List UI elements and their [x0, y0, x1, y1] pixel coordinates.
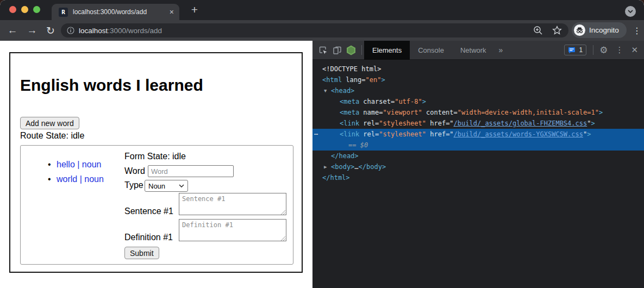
devtools-menu-icon[interactable]: ⋮ — [611, 45, 627, 55]
code-token: href — [430, 130, 446, 138]
word-list: hello | nounworld | noun — [49, 160, 104, 189]
code-token: <link — [340, 120, 359, 127]
code-token: </html> — [322, 174, 350, 181]
devtools-code-line[interactable]: <meta charset="utf-8"> — [312, 96, 644, 107]
chevron-down-icon — [179, 184, 184, 187]
stylesheet-link[interactable]: /build/_assets/global-FHZEMBS4.css — [454, 120, 587, 127]
code-token: "utf-8" — [395, 98, 422, 105]
devtools-code-line[interactable]: == $0 — [312, 140, 644, 151]
code-token: <meta — [340, 98, 359, 105]
url-text[interactable]: localhost:3000/words/add — [79, 27, 162, 35]
browser-tab[interactable]: R localhost:3000/words/add × — [52, 4, 179, 20]
list-item: world | noun — [49, 174, 104, 184]
more-tabs-icon[interactable]: » — [495, 46, 508, 54]
devtools-code-line[interactable]: ▼<head> — [312, 85, 644, 96]
devtools-close-icon[interactable]: ✕ — [627, 45, 642, 55]
words-panel: hello | nounworld | noun Form State: idl… — [20, 145, 293, 265]
sentence-textarea[interactable] — [179, 193, 286, 215]
devtools-elements-tree: <!DOCTYPE html><html lang="en">▼<head><m… — [312, 60, 644, 288]
address-bar[interactable]: localhost:3000/words/add — [61, 23, 568, 37]
settings-gear-icon[interactable]: ⚙ — [596, 45, 611, 56]
tab-console[interactable]: Console — [410, 41, 452, 60]
code-token: </head> — [331, 152, 359, 160]
incognito-badge: Incognito — [572, 22, 627, 38]
new-tab-button[interactable]: + — [187, 2, 202, 17]
forward-icon[interactable]: → — [24, 20, 40, 41]
web-page: English words I learned Add new word Rou… — [0, 41, 312, 288]
code-token: > — [422, 98, 426, 105]
info-icon[interactable] — [67, 27, 74, 34]
devtools-code-line[interactable]: <link rel="stylesheet" href="/build/_ass… — [312, 118, 644, 129]
form-state-text: Form State: idle — [124, 152, 186, 161]
code-token: > — [381, 76, 385, 84]
code-token: rel — [363, 120, 375, 127]
code-token: content — [426, 109, 454, 116]
code-token: == — [348, 141, 360, 149]
word-input[interactable] — [148, 165, 234, 177]
toolbar-divider — [593, 45, 593, 55]
zoom-indicator-icon[interactable] — [533, 25, 543, 36]
tab-elements[interactable]: Elements — [364, 41, 410, 60]
word-link[interactable]: world | noun — [57, 174, 104, 184]
code-token: <link — [340, 130, 359, 138]
url-path: :3000/words/add — [108, 27, 162, 35]
devtools-code-line[interactable]: </head> — [312, 151, 644, 161]
code-token: $0 — [360, 141, 368, 149]
code-token: = — [454, 109, 458, 116]
code-token: <!DOCTYPE html> — [322, 65, 381, 73]
add-new-word-button[interactable]: Add new word — [20, 117, 79, 129]
type-label: Type — [124, 180, 143, 190]
code-token: name — [363, 109, 379, 116]
code-token: <head> — [331, 87, 354, 95]
window-close-button[interactable] — [9, 6, 16, 13]
bookmark-star-icon[interactable] — [552, 25, 562, 36]
code-token: charset — [363, 98, 391, 105]
browser-menu-button[interactable]: ⋮ — [630, 20, 643, 41]
window-zoom-button[interactable] — [33, 6, 40, 13]
code-token: > — [587, 130, 591, 138]
node-actions-icon[interactable]: ⋯ — [314, 129, 318, 140]
devtools-code-line[interactable]: <!DOCTYPE html> — [312, 64, 644, 74]
devtools-code-line[interactable]: ⋯<link rel="stylesheet" href="/build/_as… — [312, 129, 644, 140]
stylesheet-link[interactable]: /build/_assets/words-YGXSWCSW.css — [454, 130, 583, 138]
devtools-code-line[interactable]: </html> — [312, 172, 644, 183]
page-container: English words I learned Add new word Rou… — [9, 52, 303, 273]
devtools-code-line[interactable]: <meta name="viewport" content="width=dev… — [312, 107, 644, 118]
devtools-code-line[interactable]: <html lang="en"> — [312, 74, 644, 85]
inspect-element-icon[interactable] — [317, 45, 328, 55]
type-select[interactable]: Noun — [145, 180, 188, 192]
definition-textarea[interactable] — [179, 219, 286, 241]
page-title: English words I learned — [20, 76, 203, 95]
collapse-arrow-icon[interactable]: ▶ — [324, 161, 327, 172]
close-tab-icon[interactable]: × — [170, 8, 174, 16]
devtools-code-line[interactable]: ▶<body>…</body> — [312, 161, 644, 172]
tab-title: localhost:3000/words/add — [73, 8, 165, 16]
back-icon[interactable]: ← — [4, 20, 21, 41]
code-token: "stylesheet" — [379, 120, 426, 127]
expand-arrow-icon[interactable]: ▼ — [324, 85, 327, 96]
issues-bubble-icon — [568, 47, 576, 54]
reload-icon[interactable]: ↻ — [42, 20, 59, 41]
tab-network[interactable]: Network — [452, 41, 495, 60]
submit-button[interactable]: Submit — [124, 247, 159, 259]
browser-toolbar: ← → ↻ localhost:3000/words/add — [0, 20, 644, 41]
list-item: hello | noun — [49, 160, 104, 170]
word-link[interactable]: hello | noun — [57, 160, 101, 169]
browser-window: R localhost:3000/words/add × + ← → ↻ loc… — [0, 0, 644, 288]
node-icon[interactable] — [346, 45, 357, 55]
window-minimize-button[interactable] — [21, 6, 28, 13]
code-token: href — [430, 120, 446, 127]
url-host: localhost — [79, 27, 108, 35]
code-token: =" — [446, 130, 453, 138]
issues-button[interactable]: 1 — [564, 45, 586, 55]
incognito-icon — [574, 24, 585, 36]
code-token: … — [354, 163, 358, 171]
sentence-label: Sentence #1 — [124, 206, 173, 216]
word-label: Word — [124, 166, 145, 176]
code-token: rel — [363, 130, 375, 138]
device-toolbar-icon[interactable] — [332, 45, 342, 55]
tab-search-button[interactable] — [625, 6, 636, 17]
code-token: = — [379, 109, 383, 116]
code-token: = — [361, 76, 365, 84]
tab-strip: R localhost:3000/words/add × + — [0, 0, 644, 20]
